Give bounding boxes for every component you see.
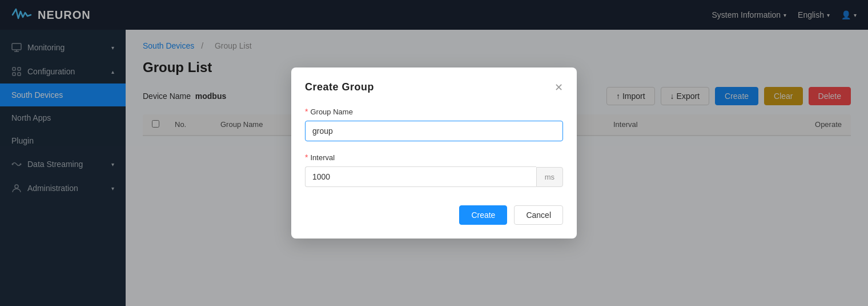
modal-header: Create Group ✕ [305, 81, 563, 93]
interval-input[interactable] [305, 166, 536, 187]
modal-cancel-button[interactable]: Cancel [514, 205, 563, 225]
interval-required-marker: * [305, 153, 308, 162]
create-group-modal: Create Group ✕ * Group Name * Interval m… [291, 67, 577, 239]
group-name-input[interactable] [305, 121, 563, 141]
interval-input-group: ms [305, 166, 563, 187]
group-name-label: * Group Name [305, 107, 563, 116]
modal-overlay: Create Group ✕ * Group Name * Interval m… [0, 0, 868, 306]
interval-label: * Interval [305, 153, 563, 162]
modal-create-button[interactable]: Create [459, 205, 507, 225]
required-marker: * [305, 107, 308, 116]
interval-suffix: ms [536, 167, 563, 187]
modal-title: Create Group [305, 81, 374, 93]
modal-footer: Create Cancel [305, 205, 563, 225]
group-name-field: * Group Name [305, 107, 563, 141]
modal-close-button[interactable]: ✕ [554, 82, 563, 93]
interval-field: * Interval ms [305, 153, 563, 187]
